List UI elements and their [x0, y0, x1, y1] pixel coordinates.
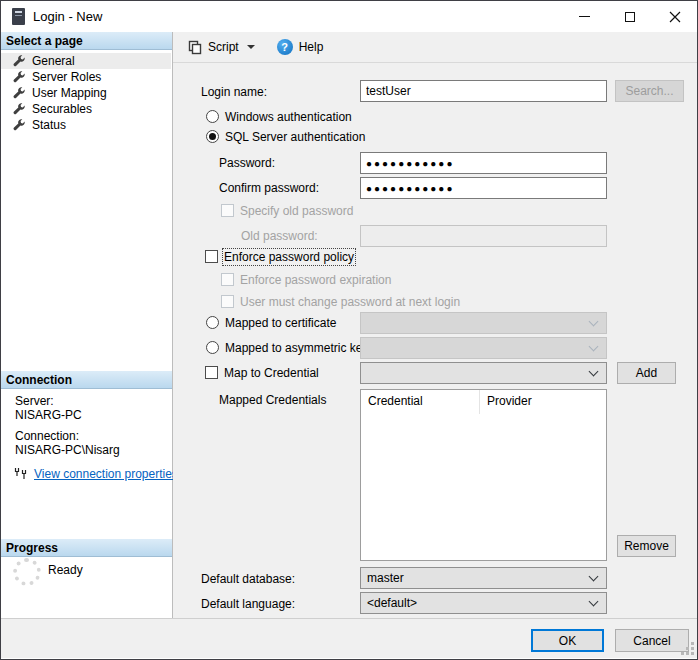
connection-label: Connection: — [15, 429, 79, 443]
chevron-down-icon — [247, 45, 255, 49]
old-password-label: Old password: — [241, 229, 318, 243]
help-icon: ? — [277, 39, 293, 55]
script-button[interactable]: Script — [183, 37, 259, 58]
login-name-label: Login name: — [201, 85, 267, 99]
column-divider — [479, 390, 480, 414]
server-label: Server: — [15, 394, 54, 408]
confirm-password-label: Confirm password: — [219, 181, 319, 195]
chevron-down-icon — [589, 597, 599, 607]
mapped-to-certificate-label: Mapped to certificate — [225, 316, 336, 330]
mapped-credentials-table[interactable]: Credential Provider — [360, 389, 607, 561]
general-page: Login name: Search... Windows authentica… — [173, 63, 697, 618]
sidebar-item-label: General — [32, 54, 75, 68]
enforce-password-expiration-checkbox — [221, 273, 234, 286]
credential-select[interactable] — [360, 362, 607, 384]
chevron-down-icon — [589, 317, 599, 327]
certificate-select — [360, 312, 607, 334]
script-label: Script — [208, 40, 239, 54]
ok-button[interactable]: OK — [531, 629, 604, 652]
sidebar-item-server-roles[interactable]: Server Roles — [1, 69, 171, 85]
map-to-credential-label: Map to Credential — [224, 366, 319, 380]
sidebar-item-label: User Mapping — [32, 86, 107, 100]
confirm-password-input[interactable] — [360, 177, 607, 199]
enforce-password-expiration-label: Enforce password expiration — [240, 273, 391, 287]
minimize-icon — [579, 16, 590, 17]
enforce-password-policy-label: Enforce password policy — [224, 250, 354, 264]
mapped-to-asymmetric-key-label: Mapped to asymmetric key — [225, 341, 368, 355]
default-database-value: master — [367, 571, 404, 585]
asymmetric-key-select — [360, 337, 607, 359]
window-title: Login - New — [33, 9, 102, 24]
password-input[interactable] — [360, 152, 607, 174]
sidebar-item-label: Server Roles — [32, 70, 101, 84]
default-database-select[interactable]: master — [360, 567, 607, 589]
wrench-icon — [13, 103, 26, 116]
password-label: Password: — [219, 156, 275, 170]
connection-value: NISARG-PC\Nisarg — [15, 443, 120, 457]
user-must-change-password-label: User must change password at next login — [240, 295, 460, 309]
progress-spinner-icon — [13, 558, 41, 586]
search-button: Search... — [615, 80, 684, 102]
view-connection-properties-link[interactable]: View connection properties — [34, 467, 178, 481]
sidebar-item-status[interactable]: Status — [1, 117, 171, 133]
select-a-page-header: Select a page — [1, 32, 172, 50]
windows-authentication-radio[interactable] — [206, 110, 219, 123]
toolbar: Script ? Help — [173, 32, 697, 63]
app-icon — [12, 8, 25, 25]
sidebar-item-label: Status — [32, 118, 66, 132]
sidebar: Select a page General Server Roles User … — [1, 32, 173, 618]
sidebar-item-user-mapping[interactable]: User Mapping — [1, 85, 171, 101]
cancel-button[interactable]: Cancel — [615, 629, 689, 652]
login-name-input[interactable] — [360, 80, 607, 102]
mapped-to-asymmetric-key-radio[interactable] — [206, 341, 219, 354]
titlebar: Login - New — [1, 1, 697, 32]
minimize-button[interactable] — [562, 1, 607, 32]
help-label: Help — [299, 40, 324, 54]
connection-header: Connection — [1, 371, 172, 389]
progress-status: Ready — [48, 563, 83, 577]
maximize-icon — [625, 12, 635, 22]
default-database-label: Default database: — [201, 572, 295, 586]
sql-server-authentication-label: SQL Server authentication — [225, 130, 365, 144]
column-header-provider: Provider — [487, 394, 532, 408]
windows-authentication-label: Windows authentication — [225, 110, 352, 124]
sidebar-item-label: Securables — [32, 102, 92, 116]
resize-grip[interactable] — [691, 652, 694, 655]
old-password-input — [360, 225, 607, 247]
progress-header: Progress — [1, 539, 172, 557]
sidebar-item-securables[interactable]: Securables — [1, 101, 171, 117]
map-to-credential-checkbox[interactable] — [205, 366, 218, 379]
mapped-credentials-label: Mapped Credentials — [219, 393, 326, 407]
default-language-label: Default language: — [201, 597, 295, 611]
script-icon — [187, 40, 202, 55]
column-header-credential: Credential — [368, 394, 423, 408]
add-button[interactable]: Add — [617, 362, 676, 384]
close-button[interactable] — [652, 1, 697, 32]
default-language-value: <default> — [367, 596, 417, 610]
dialog-footer: OK Cancel — [1, 618, 697, 658]
specify-old-password-checkbox — [221, 204, 234, 217]
connection-properties-icon — [13, 467, 28, 481]
specify-old-password-label: Specify old password — [240, 204, 353, 218]
chevron-down-icon — [589, 367, 599, 377]
maximize-button[interactable] — [607, 1, 652, 32]
close-icon — [669, 11, 681, 23]
chevron-down-icon — [589, 342, 599, 352]
user-must-change-password-checkbox — [221, 295, 234, 308]
server-value: NISARG-PC — [15, 408, 82, 422]
help-button[interactable]: ? Help — [273, 36, 328, 58]
wrench-icon — [13, 87, 26, 100]
remove-button[interactable]: Remove — [617, 535, 676, 557]
wrench-icon — [13, 55, 26, 68]
enforce-password-policy-checkbox[interactable] — [205, 250, 218, 263]
default-language-select[interactable]: <default> — [360, 592, 607, 614]
wrench-icon — [13, 119, 26, 132]
mapped-to-certificate-radio[interactable] — [206, 316, 219, 329]
wrench-icon — [13, 71, 26, 84]
sql-server-authentication-radio[interactable] — [206, 130, 219, 143]
login-new-dialog: Login - New Select a page General Server… — [0, 0, 698, 660]
sidebar-item-general[interactable]: General — [1, 53, 171, 69]
chevron-down-icon — [589, 572, 599, 582]
